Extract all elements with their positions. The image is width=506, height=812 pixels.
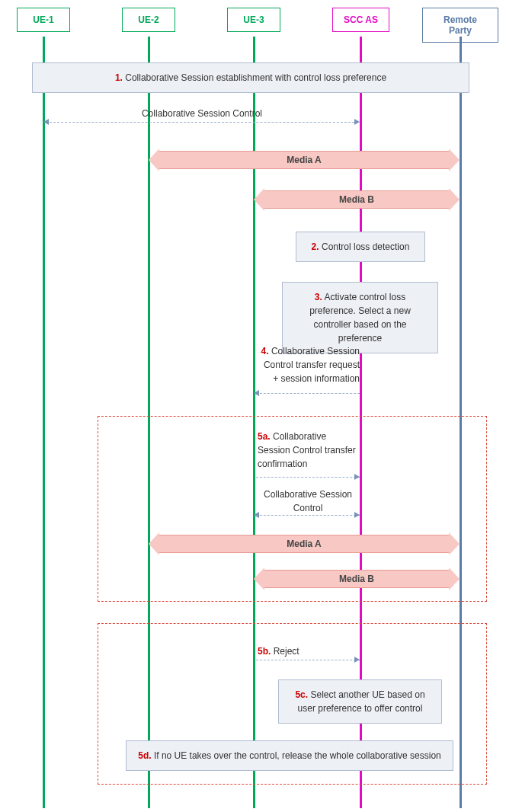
csc-line-1-arrow-l — [43, 119, 49, 125]
step-2-text: Control loss detection — [322, 241, 409, 252]
step-1-text: Collaborative Session establishment with… — [125, 72, 386, 83]
step-5a-arrow — [354, 474, 360, 480]
participant-scc: SCC AS — [332, 8, 389, 32]
step-5b-label: 5b. Reject — [258, 644, 358, 658]
step-5d-text: If no UE takes over the control, release… — [154, 750, 441, 761]
step-4-text: Collaborative Session Control transfer r… — [264, 346, 360, 384]
csc-label-1: Collaborative Session Control — [46, 107, 358, 120]
participant-ue1: UE-1 — [17, 8, 70, 32]
step-5b-line — [256, 660, 360, 660]
step-5b-arrow — [354, 657, 360, 663]
media-a-2-label: Media A — [287, 539, 322, 549]
step-4-arrow — [254, 390, 259, 396]
media-a-1: Media A — [159, 151, 450, 169]
step-5d-box: 5d. If no UE takes over the control, rel… — [126, 740, 453, 771]
step-4-label: 4. Collaborative Session Control transfe… — [256, 344, 360, 385]
step-4-num: 4. — [261, 346, 269, 356]
lifeline-ue1 — [43, 37, 45, 808]
participant-ue2: UE-2 — [122, 8, 175, 32]
step-3-box: 3. Activate control loss preference. Sel… — [282, 282, 438, 353]
step-2-box: 2. Control loss detection — [296, 232, 425, 262]
step-3-num: 3. — [315, 292, 322, 302]
media-b-2: Media B — [264, 570, 450, 588]
step-5a-label: 5a. Collaborative Session Control transf… — [258, 430, 358, 471]
csc-line-1 — [46, 122, 358, 123]
media-b-2-label: Media B — [339, 574, 374, 584]
step-5c-text: Select another UE based on user preferen… — [298, 689, 425, 714]
step-5b-text: Reject — [274, 646, 299, 657]
step-4-line — [256, 393, 360, 394]
participant-ue3: UE-3 — [227, 8, 280, 32]
step-5a-line — [256, 477, 360, 478]
step-1-num: 1. — [115, 72, 123, 83]
csc-label-2: Collaborative Session Control — [256, 488, 360, 515]
step-5c-box: 5c. Select another UE based on user pref… — [278, 679, 442, 724]
media-a-1-label: Media A — [287, 155, 322, 165]
step-5b-num: 5b. — [258, 646, 271, 657]
media-b-1: Media B — [264, 190, 450, 209]
csc-line-2-arrow-l — [254, 512, 259, 518]
media-a-2: Media A — [159, 535, 450, 553]
csc-line-2 — [256, 515, 360, 516]
step-5d-num: 5d. — [138, 750, 151, 761]
step-3-text: Activate control loss preference. Select… — [309, 292, 411, 344]
step-5a-num: 5a. — [258, 431, 271, 442]
media-b-1-label: Media B — [339, 194, 374, 205]
csc-line-2-arrow-r — [354, 512, 360, 518]
step-2-num: 2. — [312, 241, 319, 252]
csc-line-1-arrow-r — [354, 119, 360, 125]
step-5a-text: Collaborative Session Control transfer c… — [258, 431, 356, 469]
step-5c-num: 5c. — [295, 689, 308, 700]
step-1-box: 1. Collaborative Session establishment w… — [32, 62, 469, 93]
